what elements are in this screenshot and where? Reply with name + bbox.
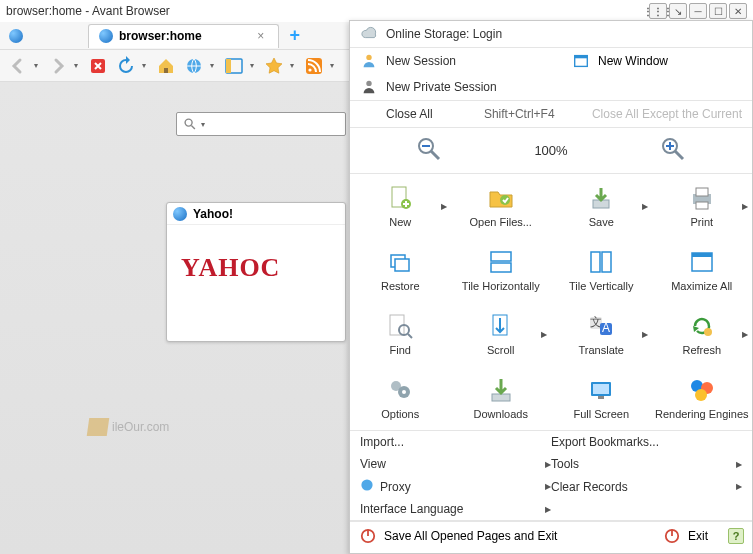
chevron-right-icon: ▶ [642, 330, 648, 339]
tab-home[interactable]: browser:home × [88, 24, 279, 48]
stop-button[interactable] [86, 54, 110, 78]
bookmarks-sidebar-button[interactable] [222, 54, 246, 78]
svg-line-9 [191, 125, 195, 128]
chevron-right-icon: ▶ [642, 202, 648, 211]
home-globe-button[interactable] [182, 54, 206, 78]
forward-button[interactable] [46, 54, 70, 78]
menu-print[interactable]: Print▶ [652, 174, 753, 238]
menu-restore[interactable]: Restore [350, 238, 451, 302]
sidebar-caret[interactable]: ▾ [250, 61, 258, 70]
menu-save-and-exit[interactable]: Save All Opened Pages and Exit [350, 522, 654, 550]
tab-close-icon[interactable]: × [254, 29, 268, 43]
zoom-in-button[interactable] [660, 136, 686, 165]
cloud-icon [360, 25, 378, 43]
menu-clear-records[interactable]: Clear Records▶ [551, 478, 742, 495]
menu-maximize-all[interactable]: Maximize All [652, 238, 753, 302]
menu-exit[interactable]: Exit [654, 522, 718, 550]
main-menu-panel: Online Storage: Login New Session New Wi… [349, 20, 753, 554]
forward-history-caret[interactable]: ▾ [74, 61, 82, 70]
watermark: ileOur.com [88, 418, 169, 436]
fileour-box-icon [87, 418, 110, 436]
menu-translate[interactable]: 文ATranslate▶ [551, 302, 652, 366]
globe-icon [173, 207, 187, 221]
svg-rect-12 [575, 56, 588, 59]
menu-proxy[interactable]: Proxy▶ [360, 478, 551, 495]
menu-scroll[interactable]: Scroll▶ [451, 302, 552, 366]
rss-button[interactable] [302, 54, 326, 78]
menu-refresh[interactable]: Refresh▶ [652, 302, 753, 366]
close-button[interactable]: ✕ [729, 3, 747, 19]
svg-rect-27 [696, 202, 708, 209]
menu-import[interactable]: Import... [360, 434, 551, 450]
svg-point-23 [500, 195, 510, 205]
menu-close-all[interactable]: Close All [386, 107, 476, 121]
menu-online-storage[interactable]: Online Storage: Login [350, 21, 752, 47]
zoom-out-button[interactable] [416, 136, 442, 165]
menu-find[interactable]: Find [350, 302, 451, 366]
globe-icon [99, 29, 113, 43]
back-button[interactable] [6, 54, 30, 78]
svg-point-55 [361, 479, 372, 490]
tile-v-icon [587, 248, 615, 276]
favorites-caret[interactable]: ▾ [290, 61, 298, 70]
yahoo-logo: YAHOC [167, 225, 345, 283]
chevron-right-icon: ▶ [441, 202, 447, 211]
chevron-right-icon: ▶ [742, 330, 748, 339]
menu-view[interactable]: View▶ [360, 456, 551, 472]
svg-rect-30 [491, 252, 511, 261]
downloads-icon [487, 376, 515, 404]
find-icon [386, 312, 414, 340]
menu-open-files[interactable]: Open Files... [451, 174, 552, 238]
chevron-right-icon: ▶ [742, 202, 748, 211]
open-folder-icon [487, 184, 515, 212]
menu-export-bookmarks[interactable]: Export Bookmarks... [551, 434, 742, 450]
menu-tile-horizontally[interactable]: Tile Horizontally [451, 238, 552, 302]
svg-point-10 [366, 55, 371, 60]
minimize-button[interactable]: ─ [689, 3, 707, 19]
svg-rect-33 [602, 252, 611, 272]
menu-interface-language[interactable]: Interface Language▶ [360, 501, 551, 517]
back-history-caret[interactable]: ▾ [34, 61, 42, 70]
new-tab-button[interactable]: + [285, 26, 305, 46]
svg-rect-26 [696, 188, 708, 196]
reload-caret[interactable]: ▾ [142, 61, 150, 70]
svg-rect-32 [591, 252, 600, 272]
refresh-icon [688, 312, 716, 340]
menu-new-private-session[interactable]: New Private Session [350, 74, 752, 100]
svg-rect-1 [164, 68, 168, 73]
menu-full-screen[interactable]: Full Screen [551, 366, 652, 430]
home-button[interactable] [154, 54, 178, 78]
menu-downloads[interactable]: Downloads [451, 366, 552, 430]
shortcut-text: Shift+Ctrl+F4 [484, 107, 584, 121]
home-caret[interactable]: ▾ [210, 61, 218, 70]
menu-new-session[interactable]: New Session [386, 54, 564, 68]
menu-new-window[interactable]: New Window [572, 52, 742, 70]
menu-save[interactable]: Save▶ [551, 174, 652, 238]
svg-text:A: A [602, 321, 610, 335]
menu-options[interactable]: Options [350, 366, 451, 430]
search-input[interactable]: ▾ [176, 112, 346, 136]
svg-point-8 [185, 119, 192, 126]
systray-button[interactable]: ↘ [669, 3, 687, 19]
menu-tools[interactable]: Tools▶ [551, 456, 742, 472]
menu-rendering-engines[interactable]: Rendering Engines [652, 366, 753, 430]
favorites-button[interactable] [262, 54, 286, 78]
new-file-icon [386, 184, 414, 212]
new-session-icon [360, 52, 378, 70]
svg-line-15 [431, 151, 439, 159]
help-button[interactable]: ? [728, 528, 744, 544]
speed-dial-yahoo[interactable]: Yahoo! YAHOC [166, 202, 346, 342]
reload-button[interactable] [114, 54, 138, 78]
power-icon [360, 528, 376, 544]
menu-tile-vertically[interactable]: Tile Vertically [551, 238, 652, 302]
menu-grid-button[interactable]: ⋮⋮⋮ [649, 3, 667, 19]
svg-rect-35 [692, 253, 712, 257]
svg-line-38 [408, 334, 412, 338]
chevron-right-icon: ▶ [541, 330, 547, 339]
svg-rect-50 [593, 384, 609, 394]
menu-new[interactable]: New▶ [350, 174, 451, 238]
rss-caret[interactable]: ▾ [330, 61, 338, 70]
maximize-button[interactable]: ☐ [709, 3, 727, 19]
search-engine-caret[interactable]: ▾ [201, 120, 209, 129]
new-window-icon [572, 52, 590, 70]
